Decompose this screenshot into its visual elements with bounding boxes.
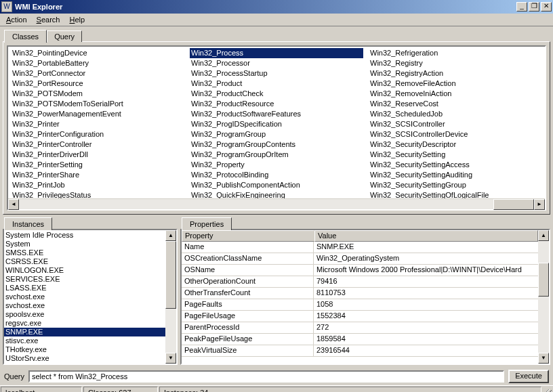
instances-vscroll[interactable]: ▲ ▼ (165, 230, 176, 364)
class-item[interactable]: Win32_ProtocolBinding (190, 170, 363, 180)
class-item[interactable]: Win32_RemoveIniAction (369, 89, 542, 99)
instance-item[interactable]: regsvc.exe (4, 319, 165, 328)
minimize-button[interactable]: _ (516, 2, 527, 12)
class-item[interactable]: Win32_ProgIDSpecification (190, 119, 363, 129)
tab-query[interactable]: Query (47, 30, 82, 42)
class-item[interactable]: Win32_PrintJob (11, 180, 184, 190)
menu-search[interactable]: Search (32, 14, 65, 25)
class-item[interactable]: Win32_Process (190, 48, 363, 58)
class-item[interactable]: Win32_ScheduledJob (369, 109, 542, 119)
scroll-down-icon[interactable]: ▼ (165, 353, 176, 364)
class-item[interactable]: Win32_Registry (369, 58, 542, 68)
scroll-left-icon[interactable]: ◄ (8, 199, 19, 210)
classes-listbox[interactable]: Win32_PointingDeviceWin32_PortableBatter… (7, 45, 546, 211)
properties-grid[interactable]: Property Value NameSNMP.EXEOSCreationCla… (180, 229, 550, 365)
property-name: ParentProcessId (182, 322, 314, 333)
class-item[interactable]: Win32_PrinterShare (11, 170, 184, 180)
class-item[interactable]: Win32_ProductSoftwareFeatures (190, 109, 363, 119)
menu-help[interactable]: Help (64, 14, 89, 25)
maximize-button[interactable]: ❐ (529, 2, 539, 12)
class-item[interactable]: Win32_RegistryAction (369, 68, 542, 79)
instance-item[interactable]: stisvc.exe (4, 336, 165, 345)
property-value: SNMP.EXE (314, 242, 538, 253)
property-row[interactable]: OSCreationClassNameWin32_OperatingSystem (182, 253, 538, 265)
class-item[interactable]: Win32_Refrigeration (369, 48, 542, 58)
close-button[interactable]: ✕ (541, 2, 552, 12)
class-item[interactable]: Win32_SecuritySettingGroup (369, 180, 542, 190)
class-item[interactable]: Win32_ProductResource (190, 99, 363, 109)
class-item[interactable]: Win32_ProductCheck (190, 89, 363, 99)
instance-item[interactable]: UStorSrv.exe (4, 354, 165, 363)
class-item[interactable]: Win32_PrivilegesStatus (11, 190, 184, 198)
property-row[interactable]: NameSNMP.EXE (182, 242, 538, 253)
class-item[interactable]: Win32_PrinterDriverDll (11, 150, 184, 160)
instance-item[interactable]: System Idle Process (4, 231, 165, 240)
class-item[interactable]: Win32_Property (190, 160, 363, 170)
properties-vscroll[interactable]: ▲ ▼ (538, 230, 549, 364)
class-item[interactable]: Win32_ProcessStartup (190, 68, 363, 79)
property-row[interactable]: OtherTransferCount8110753 (182, 288, 538, 299)
instance-item[interactable]: spoolsv.exe (4, 310, 165, 319)
class-item[interactable]: Win32_SCSIControllerDevice (369, 129, 542, 139)
class-item[interactable]: Win32_PublishComponentAction (190, 180, 363, 190)
instance-item[interactable]: LSASS.EXE (4, 284, 165, 292)
menu-action[interactable]: Action (1, 14, 32, 25)
class-item[interactable]: Win32_RemoveFileAction (369, 79, 542, 89)
instance-item[interactable]: svchost.exe (4, 292, 165, 301)
class-item[interactable]: Win32_ProgramGroupContents (190, 139, 363, 150)
query-input[interactable] (28, 370, 504, 383)
class-item[interactable]: Win32_PointingDevice (11, 48, 184, 58)
class-item[interactable]: Win32_SecuritySettingOfLogicalFile (369, 190, 542, 198)
property-row[interactable]: PeakPageFileUsage1859584 (182, 334, 538, 345)
scroll-down-icon[interactable]: ▼ (538, 353, 549, 364)
instance-item[interactable]: svchost.exe (4, 301, 165, 310)
tab-classes[interactable]: Classes (4, 30, 47, 43)
property-value: Win32_OperatingSystem (314, 253, 538, 264)
property-row[interactable]: OtherOperationCount79416 (182, 276, 538, 288)
header-value[interactable]: Value (314, 230, 538, 242)
class-item[interactable]: Win32_QuickFixEngineering (190, 190, 363, 198)
class-item[interactable]: Win32_ProgramGroup (190, 129, 363, 139)
property-row[interactable]: OSNameMicrosoft Windows 2000 Professiona… (182, 265, 538, 276)
header-property[interactable]: Property (182, 230, 314, 242)
property-row[interactable]: PageFaults1058 (182, 299, 538, 311)
class-item[interactable]: Win32_PrinterController (11, 139, 184, 150)
instance-item[interactable]: SMSS.EXE (4, 248, 165, 257)
instance-item[interactable]: THotkey.exe (4, 345, 165, 354)
class-item[interactable]: Win32_SecuritySettingAccess (369, 160, 542, 170)
property-row[interactable]: PageFileUsage1552384 (182, 311, 538, 322)
instance-item[interactable]: WINLOGON.EXE (4, 266, 165, 275)
class-item[interactable]: Win32_PrinterSetting (11, 160, 184, 170)
class-item[interactable]: Win32_PrinterConfiguration (11, 129, 184, 139)
class-item[interactable]: Win32_ProgramGroupOrItem (190, 150, 363, 160)
class-item[interactable]: Win32_Processor (190, 58, 363, 68)
class-item[interactable]: Win32_PortResource (11, 79, 184, 89)
classes-hscroll[interactable]: ◄ ► (8, 198, 545, 209)
instance-item[interactable]: SERVICES.EXE (4, 275, 165, 284)
class-item[interactable]: Win32_PowerManagementEvent (11, 109, 184, 119)
class-item[interactable]: Win32_POTSModem (11, 89, 184, 99)
class-item[interactable]: Win32_SecuritySetting (369, 150, 542, 160)
class-item[interactable]: Win32_SecurityDescriptor (369, 139, 542, 150)
scroll-right-icon[interactable]: ► (534, 199, 545, 210)
class-item[interactable]: Win32_Product (190, 79, 363, 89)
property-row[interactable]: ParentProcessId272 (182, 322, 538, 334)
class-item[interactable]: Win32_PortConnector (11, 68, 184, 79)
instance-item[interactable]: System (4, 240, 165, 248)
instances-listbox[interactable]: System Idle ProcessSystemSMSS.EXECSRSS.E… (3, 229, 178, 365)
class-item[interactable]: Win32_SCSIController (369, 119, 542, 129)
class-item[interactable]: Win32_ReserveCost (369, 99, 542, 109)
tab-properties[interactable]: Properties (182, 217, 232, 230)
instance-item[interactable]: SNMP.EXE (4, 328, 165, 336)
instance-item[interactable]: CSRSS.EXE (4, 257, 165, 266)
property-row[interactable]: PeakVirtualSize23916544 (182, 345, 538, 357)
execute-button[interactable]: Execute (508, 370, 549, 383)
scroll-up-icon[interactable]: ▲ (538, 230, 549, 241)
scroll-up-icon[interactable]: ▲ (165, 230, 176, 241)
class-item[interactable]: Win32_Printer (11, 119, 184, 129)
tab-instances[interactable]: Instances (4, 217, 52, 230)
class-item[interactable]: Win32_PortableBattery (11, 58, 184, 68)
class-item[interactable]: Win32_POTSModemToSerialPort (11, 99, 184, 109)
resize-grip[interactable] (542, 386, 553, 392)
class-item[interactable]: Win32_SecuritySettingAuditing (369, 170, 542, 180)
